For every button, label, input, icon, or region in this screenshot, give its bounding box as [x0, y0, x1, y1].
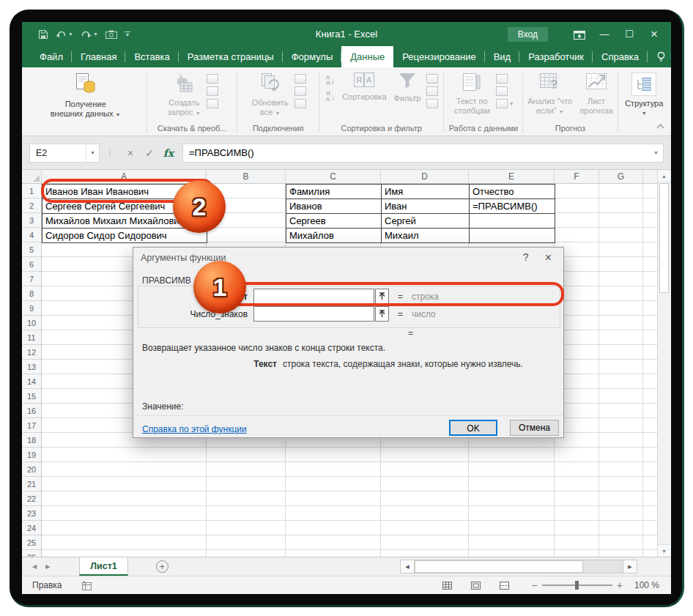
formula-input[interactable]: =ПРАВСИМВ() ▼: [182, 144, 664, 163]
column-header-c[interactable]: C: [286, 170, 381, 183]
tab-file[interactable]: Файл: [31, 46, 72, 67]
sort-button[interactable]: ЯА Сортировка: [338, 71, 390, 103]
cancel-entry-icon[interactable]: ×: [121, 144, 140, 163]
row-header[interactable]: 8: [22, 286, 41, 301]
row-header[interactable]: 19: [22, 448, 41, 462]
column-header-g[interactable]: G: [599, 170, 643, 183]
dialog-close-icon[interactable]: ×: [545, 251, 552, 264]
maximize-button[interactable]: ☐: [617, 22, 642, 46]
cell-e4[interactable]: [470, 229, 555, 243]
camera-icon[interactable]: [105, 30, 117, 39]
flash-fill-icon[interactable]: [496, 74, 508, 84]
scroll-right-icon[interactable]: ▶: [623, 560, 637, 574]
filter-button[interactable]: Фильтр: [390, 71, 425, 105]
column-header-e[interactable]: E: [469, 170, 555, 183]
edit-links-icon[interactable]: [294, 99, 306, 108]
row-header[interactable]: 16: [22, 404, 41, 418]
recent-sources-icon[interactable]: [207, 99, 218, 108]
from-table-icon[interactable]: [207, 86, 218, 96]
column-header-f[interactable]: F: [555, 170, 599, 183]
undo-icon[interactable]: ▼: [56, 30, 73, 39]
row-header[interactable]: 1: [22, 184, 41, 198]
zoom-slider-thumb[interactable]: [575, 581, 579, 590]
cell-c3[interactable]: Сергеев: [286, 214, 382, 229]
zoom-slider[interactable]: [542, 585, 612, 586]
new-query-button[interactable]: Создать запрос ▼: [164, 71, 204, 119]
reapply-filter-icon[interactable]: [426, 86, 438, 96]
vertical-scrollbar[interactable]: ▲ ▼: [657, 170, 670, 557]
cell-e2[interactable]: =ПРАВСИМВ(): [470, 199, 555, 214]
sort-ascending-icon[interactable]: АЯ↓: [325, 74, 336, 87]
customize-qat-icon[interactable]: ▼: [125, 31, 130, 37]
row-header[interactable]: 24: [22, 521, 41, 535]
row-header[interactable]: 7: [22, 272, 41, 286]
row-header[interactable]: 6: [22, 257, 41, 272]
minimize-button[interactable]: —: [592, 22, 617, 46]
connections-icon[interactable]: [294, 74, 306, 84]
row-header[interactable]: 17: [22, 418, 41, 433]
cell-d2[interactable]: Иван: [382, 199, 470, 214]
data-validation-icon[interactable]: [496, 99, 508, 108]
row-header[interactable]: 9: [22, 301, 41, 316]
sheet-tab-list1[interactable]: Лист1: [79, 557, 127, 576]
name-box[interactable]: E2 ▼: [29, 144, 100, 163]
prev-sheet-icon[interactable]: ◀: [32, 563, 37, 570]
name-box-dropdown-icon[interactable]: ▼: [86, 144, 99, 162]
scroll-down-icon[interactable]: ▼: [658, 544, 670, 557]
expand-formula-bar-icon[interactable]: ▼: [653, 150, 663, 155]
function-help-link[interactable]: Справка по этой функции: [142, 424, 247, 434]
tab-formulas[interactable]: Формулы: [283, 46, 342, 67]
cell-d1[interactable]: Имя: [382, 185, 470, 199]
row-header[interactable]: 3: [22, 213, 41, 228]
row-header[interactable]: 23: [22, 506, 41, 521]
row-header[interactable]: 22: [22, 491, 41, 506]
page-break-view-icon[interactable]: [499, 581, 510, 590]
page-layout-view-icon[interactable]: [470, 581, 481, 590]
row-header[interactable]: 13: [22, 360, 41, 374]
add-sheet-button[interactable]: +: [156, 560, 168, 573]
tab-data[interactable]: Данные: [341, 46, 393, 67]
sign-in-button[interactable]: Вход: [508, 27, 548, 42]
forecast-sheet-button[interactable]: Лист прогноза: [576, 71, 616, 117]
row-header[interactable]: 15: [22, 389, 41, 404]
confirm-entry-icon[interactable]: ✓: [140, 144, 159, 163]
row-header[interactable]: 12: [22, 345, 41, 360]
horizontal-scrollbar[interactable]: ◀ ▶: [400, 560, 637, 574]
next-sheet-icon[interactable]: ▶: [45, 563, 50, 570]
tab-home[interactable]: Главная: [72, 46, 125, 67]
structure-button[interactable]: Структура ▼: [621, 71, 667, 119]
close-button[interactable]: ×: [642, 22, 667, 46]
dialog-help-icon[interactable]: ?: [523, 251, 529, 264]
row-header[interactable]: 5: [22, 242, 41, 257]
clear-filter-icon[interactable]: [426, 74, 438, 84]
ok-button[interactable]: OK: [449, 420, 497, 436]
redo-icon[interactable]: ▼: [81, 30, 98, 39]
save-icon[interactable]: [38, 29, 48, 40]
cell-c1[interactable]: Фамилия: [286, 185, 382, 199]
remove-duplicates-icon[interactable]: [496, 86, 508, 96]
cell-e1[interactable]: Отчество: [470, 185, 555, 199]
tab-assistant[interactable]: Помощн: [648, 46, 671, 67]
get-external-data-button[interactable]: Получение внешних данных ▼: [47, 71, 125, 121]
vertical-scroll-thumb[interactable]: [659, 183, 669, 293]
scroll-up-icon[interactable]: ▲: [658, 170, 670, 182]
insert-function-icon[interactable]: fx: [159, 144, 178, 163]
tab-view[interactable]: Вид: [485, 46, 520, 67]
properties-icon[interactable]: [294, 86, 306, 96]
tab-help[interactable]: Справка: [593, 46, 648, 67]
column-header-d[interactable]: D: [381, 170, 469, 183]
cell-e3[interactable]: [470, 214, 555, 229]
sort-descending-icon[interactable]: ЯА↓: [325, 90, 336, 103]
cell-a4[interactable]: Сидоров Сидор Сидорович: [42, 229, 207, 242]
row-header[interactable]: 2: [22, 198, 41, 213]
row-header[interactable]: 25: [22, 535, 41, 550]
tab-review[interactable]: Рецензирование: [393, 46, 484, 67]
cell-c2[interactable]: Иванов: [286, 199, 382, 214]
row-header[interactable]: 11: [22, 330, 41, 345]
zoom-out-icon[interactable]: −: [532, 579, 538, 591]
cancel-button[interactable]: Отмена: [510, 420, 559, 436]
show-queries-icon[interactable]: [207, 74, 218, 84]
cell-d4[interactable]: Михаил: [382, 229, 470, 243]
column-header-b[interactable]: B: [207, 170, 286, 183]
macro-record-icon[interactable]: [81, 581, 92, 590]
